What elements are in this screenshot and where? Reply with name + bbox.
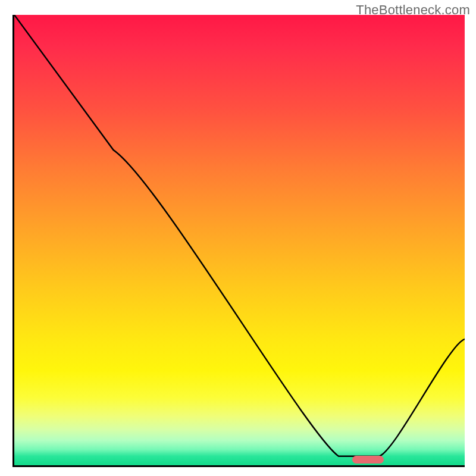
watermark-text: TheBottleneck.com xyxy=(356,2,470,18)
plot-area xyxy=(12,15,465,467)
bottleneck-curve xyxy=(14,15,465,465)
optimal-range-marker xyxy=(352,456,384,464)
chart-container: TheBottleneck.com xyxy=(0,0,476,476)
